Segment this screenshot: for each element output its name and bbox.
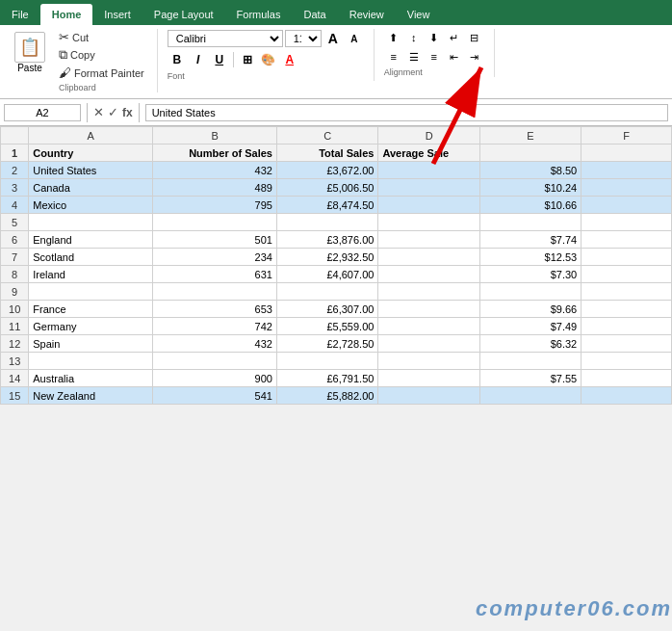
cell-d6[interactable]: [378, 231, 479, 249]
col-header-a[interactable]: A: [29, 127, 153, 145]
cell-e11[interactable]: $7.49: [479, 318, 581, 335]
tab-insert[interactable]: Insert: [92, 4, 142, 25]
row-number[interactable]: 12: [1, 335, 29, 353]
cell-f9[interactable]: [582, 283, 672, 301]
cell-c9[interactable]: [276, 283, 377, 301]
cell-e7[interactable]: $12.53: [479, 249, 581, 266]
cell-e13[interactable]: [479, 353, 581, 370]
cell-c6[interactable]: £3,876.00: [276, 231, 377, 249]
col-header-row[interactable]: [1, 127, 29, 145]
col-header-c[interactable]: C: [276, 127, 377, 145]
cell-d1[interactable]: Average Sale: [378, 145, 479, 162]
cell-a1[interactable]: Country: [29, 145, 153, 162]
row-number[interactable]: 2: [1, 162, 29, 179]
cell-d2[interactable]: [378, 162, 479, 179]
cell-a12[interactable]: Spain: [29, 335, 153, 353]
merge-button[interactable]: ⊟: [465, 29, 484, 46]
bold-button[interactable]: B: [168, 50, 187, 69]
row-number[interactable]: 5: [1, 214, 29, 231]
cell-c8[interactable]: £4,607.00: [276, 266, 377, 283]
row-number[interactable]: 15: [1, 387, 29, 405]
formula-input[interactable]: United States: [145, 104, 668, 121]
cell-b9[interactable]: [153, 283, 277, 301]
cell-c13[interactable]: [276, 353, 377, 370]
increase-font-button[interactable]: A: [323, 29, 343, 48]
col-header-d[interactable]: D: [378, 127, 479, 145]
name-box[interactable]: [4, 104, 81, 121]
cell-d14[interactable]: [378, 370, 479, 387]
cell-b2[interactable]: 432: [153, 162, 277, 179]
row-number[interactable]: 14: [1, 370, 29, 387]
col-header-b[interactable]: B: [153, 127, 277, 145]
cell-f10[interactable]: [582, 301, 672, 318]
cell-f2[interactable]: [582, 162, 672, 179]
cell-a7[interactable]: Scotland: [29, 249, 153, 266]
cell-d4[interactable]: [378, 197, 479, 214]
cell-e2[interactable]: $8.50: [479, 162, 581, 179]
font-color-button[interactable]: A: [280, 50, 299, 69]
cell-c5[interactable]: [276, 214, 377, 231]
cell-a11[interactable]: Germany: [29, 318, 153, 335]
align-middle-button[interactable]: ↕: [404, 29, 424, 46]
cell-e6[interactable]: $7.74: [479, 231, 581, 249]
cell-a8[interactable]: Ireland: [29, 266, 153, 283]
cell-e8[interactable]: $7.30: [479, 266, 581, 283]
insert-function-icon[interactable]: fx: [122, 106, 133, 119]
col-header-f[interactable]: F: [582, 127, 672, 145]
border-button[interactable]: ⊞: [238, 50, 257, 69]
cell-a3[interactable]: Canada: [29, 179, 153, 197]
italic-button[interactable]: I: [189, 50, 208, 69]
cell-e1[interactable]: [479, 145, 581, 162]
decrease-indent-button[interactable]: ⇤: [445, 48, 464, 66]
cell-d13[interactable]: [378, 353, 479, 370]
cell-a9[interactable]: [29, 283, 153, 301]
font-name-select[interactable]: Calibri: [168, 30, 283, 47]
cell-d8[interactable]: [378, 266, 479, 283]
cell-a5[interactable]: [29, 214, 153, 231]
cell-d12[interactable]: [378, 335, 479, 353]
cell-e3[interactable]: $10.24: [479, 179, 581, 197]
cell-d7[interactable]: [378, 249, 479, 266]
align-right-button[interactable]: ≡: [425, 48, 444, 66]
cell-c14[interactable]: £6,791.50: [276, 370, 377, 387]
cell-f8[interactable]: [582, 266, 672, 283]
cell-c12[interactable]: £2,728.50: [276, 335, 377, 353]
tab-file[interactable]: File: [0, 4, 40, 25]
underline-button[interactable]: U: [210, 50, 229, 69]
cell-a13[interactable]: [29, 353, 153, 370]
cut-button[interactable]: ✂ Cut: [56, 29, 147, 45]
align-bottom-button[interactable]: ⬇: [425, 29, 444, 46]
cell-f11[interactable]: [582, 318, 672, 335]
cell-e10[interactable]: $9.66: [479, 301, 581, 318]
cell-a15[interactable]: New Zealand: [29, 387, 153, 405]
cell-b8[interactable]: 631: [153, 266, 277, 283]
copy-button[interactable]: ⧉ Copy: [56, 46, 147, 64]
cell-f5[interactable]: [582, 214, 672, 231]
format-painter-button[interactable]: 🖌 Format Painter: [56, 65, 147, 81]
align-center-button[interactable]: ☰: [404, 48, 424, 66]
cell-c4[interactable]: £8,474.50: [276, 197, 377, 214]
cell-c1[interactable]: Total Sales: [276, 145, 377, 162]
cell-e12[interactable]: $6.32: [479, 335, 581, 353]
cell-c15[interactable]: £5,882.00: [276, 387, 377, 405]
wrap-text-button[interactable]: ↵: [445, 29, 464, 46]
cell-f12[interactable]: [582, 335, 672, 353]
cancel-formula-icon[interactable]: ✕: [93, 105, 104, 119]
cell-a10[interactable]: France: [29, 301, 153, 318]
cell-b15[interactable]: 541: [153, 387, 277, 405]
cell-b14[interactable]: 900: [153, 370, 277, 387]
row-number[interactable]: 9: [1, 283, 29, 301]
cell-d9[interactable]: [378, 283, 479, 301]
cell-b11[interactable]: 742: [153, 318, 277, 335]
cell-e14[interactable]: $7.55: [479, 370, 581, 387]
cell-b5[interactable]: [153, 214, 277, 231]
row-number[interactable]: 6: [1, 231, 29, 249]
tab-home[interactable]: Home: [40, 4, 93, 25]
cell-b13[interactable]: [153, 353, 277, 370]
tab-review[interactable]: Review: [338, 4, 396, 25]
cell-d10[interactable]: [378, 301, 479, 318]
cell-a14[interactable]: Australia: [29, 370, 153, 387]
cell-d15[interactable]: [378, 387, 479, 405]
tab-formulas[interactable]: Formulas: [225, 4, 293, 25]
cell-b6[interactable]: 501: [153, 231, 277, 249]
